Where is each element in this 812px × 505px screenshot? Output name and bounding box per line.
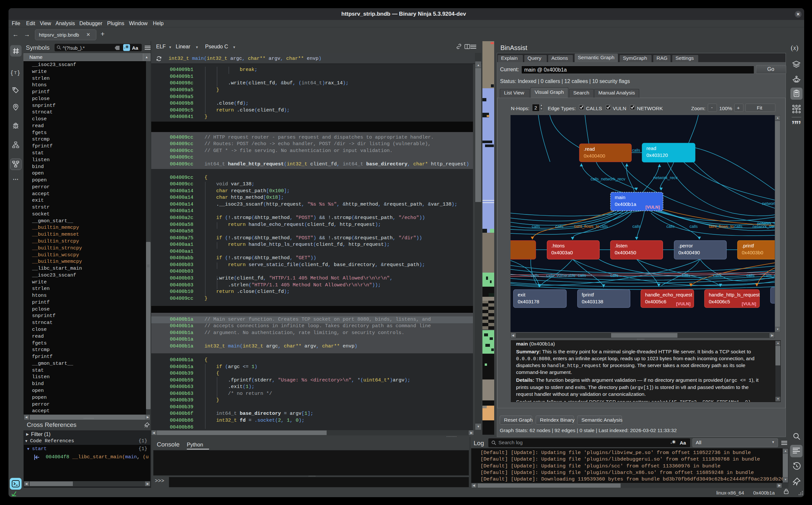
svg-text:.read: .read bbox=[584, 146, 595, 152]
svg-text:0x400450: 0x400450 bbox=[615, 250, 636, 255]
svg-text:0x403138: 0x403138 bbox=[582, 299, 603, 304]
svg-text:calls: calls bbox=[600, 224, 608, 229]
svg-text:main: main bbox=[615, 194, 625, 200]
svg-text:handle_http_ls_request: handle_http_ls_request bbox=[709, 292, 760, 298]
svg-text:calls: calls bbox=[682, 273, 690, 278]
svg-text:calls_v: calls_v bbox=[764, 273, 775, 278]
svg-text:0x400490: 0x400490 bbox=[679, 250, 700, 255]
svg-text:0x403120: 0x403120 bbox=[646, 152, 668, 158]
svg-text:taint_flows_to: taint_flows_to bbox=[574, 224, 599, 229]
svg-text:network_: network_ bbox=[762, 201, 775, 206]
svg-text:.printf: .printf bbox=[742, 243, 754, 248]
svg-text:0x400b1a: 0x400b1a bbox=[615, 201, 636, 207]
svg-text:0x4003b0: 0x4003b0 bbox=[742, 250, 763, 255]
svg-text:exit: exit bbox=[518, 292, 526, 298]
svg-text:calls: calls bbox=[746, 273, 755, 278]
svg-text:fprintf: fprintf bbox=[582, 292, 594, 298]
svg-text:.htons: .htons bbox=[551, 243, 565, 248]
svg-text:handle_echo_request: handle_echo_request bbox=[645, 292, 693, 298]
svg-text:network_recv: network_recv bbox=[653, 176, 678, 180]
svg-text:calls: calls bbox=[690, 224, 698, 229]
svg-text:0x4006c5: 0x4006c5 bbox=[709, 299, 730, 304]
svg-text:taint_flows_to: taint_flows_to bbox=[709, 224, 734, 229]
svg-text:0x4005c6: 0x4005c6 bbox=[645, 299, 666, 304]
svg-text:network_send: network_send bbox=[753, 224, 775, 229]
svg-text:0x4003a0: 0x4003a0 bbox=[551, 250, 573, 255]
svg-text:calls: calls bbox=[632, 224, 640, 229]
svg-text:[VULN]: [VULN] bbox=[645, 205, 660, 209]
svg-text:calls: calls bbox=[578, 273, 586, 278]
svg-text:calls: calls bbox=[734, 224, 743, 229]
svg-text:calls_network_recv: calls_network_recv bbox=[590, 177, 625, 181]
svg-text:read: read bbox=[646, 145, 656, 151]
svg-text:0x400400: 0x400400 bbox=[584, 153, 605, 159]
svg-text:0x403178: 0x403178 bbox=[518, 299, 539, 304]
svg-text:calls: calls bbox=[632, 148, 640, 153]
svg-text:calls_vulnerable: calls_vulnerable bbox=[546, 273, 575, 278]
svg-text:calls: calls bbox=[713, 273, 721, 278]
svg-text:.perror: .perror bbox=[679, 243, 693, 248]
svg-text:calls: calls bbox=[555, 224, 563, 229]
svg-text:[VULN]: [VULN] bbox=[742, 301, 756, 306]
svg-text:calls: calls bbox=[531, 273, 539, 278]
svg-text:calls: calls bbox=[666, 224, 674, 229]
svg-text:.listen: .listen bbox=[615, 243, 627, 248]
svg-text:[VULN]: [VULN] bbox=[676, 301, 691, 306]
svg-text:calls: calls bbox=[610, 273, 618, 278]
svg-text:calls: calls bbox=[532, 224, 540, 229]
